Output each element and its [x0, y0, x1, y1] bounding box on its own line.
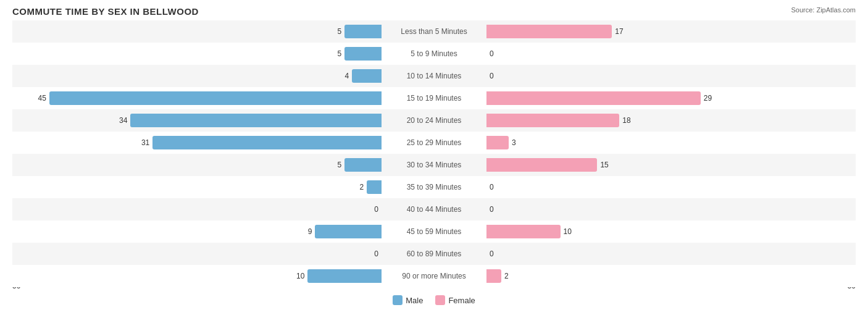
chart-row: 5 30 to 34 Minutes 15 [12, 154, 856, 176]
female-value: 10 [564, 227, 572, 236]
male-bar [315, 225, 382, 238]
female-value: 0 [490, 250, 494, 258]
chart-container: COMMUTE TIME BY SEX IN BELLWOOD Source: … [0, 0, 868, 323]
female-label: Female [448, 296, 475, 305]
row-label: 45 to 59 Minutes [385, 227, 483, 236]
female-bar [486, 158, 597, 172]
chart-title: COMMUTE TIME BY SEX IN BELLWOOD [12, 6, 856, 17]
chart-row: 34 20 to 24 Minutes 18 [12, 109, 856, 132]
chart-row: 4 10 to 14 Minutes 0 [12, 65, 856, 87]
male-value: 5 [338, 27, 342, 36]
row-label: 20 to 24 Minutes [385, 116, 483, 125]
chart-row: 5 Less than 5 Minutes 17 [12, 20, 856, 43]
male-label: Male [406, 296, 423, 305]
row-label: 30 to 34 Minutes [385, 161, 483, 169]
female-value: 0 [490, 72, 494, 80]
female-bar [486, 225, 561, 238]
legend-male: Male [393, 295, 423, 305]
bars-wrapper: 5 30 to 34 Minutes 15 [12, 154, 856, 176]
female-bar [486, 25, 612, 38]
male-bar [130, 114, 382, 127]
bars-wrapper: 0 40 to 44 Minutes 0 [12, 198, 856, 220]
chart-row: 45 15 to 19 Minutes 29 [12, 87, 856, 109]
male-value: 0 [374, 250, 378, 258]
male-value: 45 [38, 94, 46, 103]
bars-wrapper: 5 5 to 9 Minutes 0 [12, 43, 856, 65]
bars-wrapper: 2 35 to 39 Minutes 0 [12, 176, 856, 198]
female-value: 2 [504, 272, 509, 280]
bars-wrapper: 10 90 or more Minutes 2 [12, 265, 856, 287]
male-value: 9 [308, 227, 312, 236]
legend-female: Female [435, 295, 475, 305]
female-value: 17 [615, 27, 623, 36]
chart-row: 10 90 or more Minutes 2 [12, 265, 856, 287]
male-bar [344, 47, 382, 61]
male-bar [49, 91, 382, 105]
row-label: 60 to 89 Minutes [385, 250, 483, 258]
bars-wrapper: 9 45 to 59 Minutes 10 [12, 220, 856, 243]
row-label: 10 to 14 Minutes [385, 72, 483, 80]
bars-wrapper: 5 Less than 5 Minutes 17 [12, 20, 856, 43]
bars-wrapper: 4 10 to 14 Minutes 0 [12, 65, 856, 87]
male-bar [352, 69, 382, 83]
female-color-box [435, 295, 445, 305]
bars-wrapper: 0 60 to 89 Minutes 0 [12, 243, 856, 265]
female-bar [486, 136, 509, 149]
male-bar [344, 158, 382, 172]
female-value: 0 [490, 49, 494, 58]
male-value: 34 [119, 116, 127, 125]
male-color-box [393, 295, 403, 305]
female-value: 15 [600, 161, 608, 169]
male-side [49, 91, 434, 105]
male-value: 2 [359, 183, 364, 191]
row-label: 25 to 29 Minutes [385, 138, 483, 147]
female-value: 0 [490, 183, 494, 191]
male-value: 4 [344, 72, 349, 80]
female-value: 3 [512, 138, 516, 147]
female-value: 18 [622, 116, 630, 125]
legend: Male Female [12, 295, 856, 305]
chart-row: 9 45 to 59 Minutes 10 [12, 220, 856, 243]
chart-area: 5 Less than 5 Minutes 17 5 5 to 9 Minute… [12, 20, 856, 282]
row-label: 15 to 19 Minutes [385, 94, 483, 103]
chart-row: 0 60 to 89 Minutes 0 [12, 243, 856, 265]
row-label: 35 to 39 Minutes [385, 183, 483, 191]
chart-row: 2 35 to 39 Minutes 0 [12, 176, 856, 198]
female-value: 0 [490, 205, 494, 214]
chart-row: 31 25 to 29 Minutes 3 [12, 132, 856, 154]
row-label: 5 to 9 Minutes [385, 49, 483, 58]
row-label: Less than 5 Minutes [385, 27, 483, 36]
male-value: 31 [141, 138, 149, 147]
male-bar [344, 25, 382, 38]
female-bar [486, 114, 619, 127]
male-value: 10 [296, 272, 304, 280]
bars-wrapper: 31 25 to 29 Minutes 3 [12, 132, 856, 154]
male-value: 5 [338, 161, 342, 169]
bars-wrapper: 45 15 to 19 Minutes 29 [12, 87, 856, 109]
male-value: 0 [374, 205, 378, 214]
row-label: 40 to 44 Minutes [385, 205, 483, 214]
source-label: Source: ZipAtlas.com [791, 6, 856, 14]
female-bar [486, 91, 701, 105]
male-bar [152, 136, 382, 149]
male-bar [367, 180, 382, 194]
female-bar [486, 269, 501, 283]
chart-row: 5 5 to 9 Minutes 0 [12, 43, 856, 65]
male-value: 5 [338, 49, 342, 58]
female-value: 29 [704, 94, 712, 103]
bars-wrapper: 34 20 to 24 Minutes 18 [12, 109, 856, 132]
chart-row: 0 40 to 44 Minutes 0 [12, 198, 856, 220]
male-bar [307, 269, 382, 283]
row-label: 90 or more Minutes [385, 272, 483, 280]
